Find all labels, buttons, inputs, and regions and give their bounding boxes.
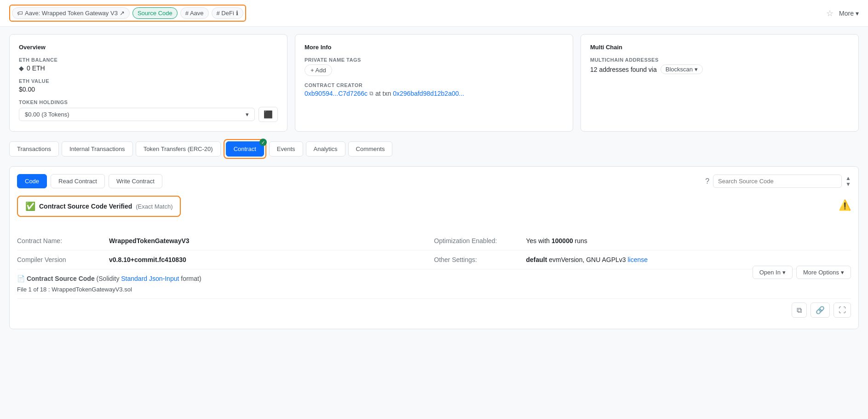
top-bar: 🏷 Aave: Wrapped Token Gateway V3 ↗ Sourc…	[0, 0, 868, 27]
more-info-title: More Info	[305, 44, 563, 51]
tab-analytics[interactable]: Analytics	[306, 141, 345, 157]
expand-icon-button[interactable]: ⛶	[834, 303, 851, 318]
eth-value-amount: $0.00	[19, 86, 35, 93]
source-code-label-row: 📄 Contract Source Code (Solidity Standar…	[17, 275, 201, 282]
verified-banner: ✅ Contract Source Code Verified (Exact M…	[17, 196, 181, 217]
eth-value-label: ETH VALUE	[19, 78, 278, 84]
defi-tag-label: # DeFi	[217, 10, 234, 17]
token-holdings-dropdown[interactable]: $0.00 (3 Tokens) ▾	[19, 108, 255, 121]
copy-code-button[interactable]: ⧉	[792, 303, 807, 318]
compiler-val: v0.8.10+commit.fc410830	[109, 256, 186, 263]
chevron-down-button[interactable]: ▼	[845, 181, 851, 187]
contract-name-label: Aave: Wrapped Token Gateway V3	[25, 10, 118, 17]
top-bar-outline-wrapper: 🏷 Aave: Wrapped Token Gateway V3 ↗ Sourc…	[9, 5, 246, 22]
contract-tab-wrapper: Contract ✓	[226, 141, 264, 157]
read-contract-tab-button[interactable]: Read Contract	[51, 174, 105, 188]
standard-json-input-link[interactable]: Standard Json-Input	[121, 275, 179, 282]
other-settings-value: default evmVersion, GNU AGPLv3 license	[526, 256, 648, 263]
source-code-tag[interactable]: Source Code	[132, 7, 178, 19]
optimization-value: Yes with 100000 runs	[526, 237, 587, 244]
tab-internal-transactions[interactable]: Internal Transactions	[62, 141, 133, 157]
blockscan-label: Blockscan	[666, 66, 693, 73]
search-source-code-input[interactable]	[718, 178, 837, 185]
contract-name-val: WrappedTokenGatewayV3	[109, 237, 190, 244]
tab-events[interactable]: Events	[269, 141, 303, 157]
other-settings-default: default	[526, 256, 547, 263]
addresses-found-text: 12 addresses found via	[590, 66, 657, 73]
tab-transactions[interactable]: Transactions	[9, 141, 59, 157]
contract-name-row: Contract Name: WrappedTokenGatewayV3	[17, 232, 434, 250]
source-format-post: format)	[181, 275, 201, 282]
copy-icon[interactable]: ⧉	[369, 90, 374, 97]
eth-icon: ◆	[19, 64, 24, 72]
search-chevrons: ▲ ▼	[845, 175, 851, 187]
eth-balance-amount: 0 ETH	[27, 64, 45, 72]
aave-tag[interactable]: # Aave	[180, 7, 209, 19]
aave-tag-label: # Aave	[185, 10, 204, 17]
bottom-icons: ⧉ 🔗 ⛶	[17, 299, 851, 321]
private-name-tags-label: PRIVATE NAME TAGS	[305, 57, 563, 63]
compiler-label: Compiler Version	[17, 256, 109, 263]
write-contract-tab-button[interactable]: Write Contract	[109, 174, 162, 188]
other-settings-label: Other Settings:	[434, 256, 526, 263]
top-bar-right: ☆ More ▾	[826, 8, 859, 18]
optimization-val-pre: Yes with	[526, 237, 552, 244]
at-txn-label: at txn	[375, 90, 391, 97]
contract-name-label: Contract Name:	[17, 237, 109, 244]
token-holdings-value: $0.00 (3 Tokens)	[25, 111, 69, 118]
source-code-section: 📄 Contract Source Code (Solidity Standar…	[17, 269, 851, 299]
cards-row: Overview ETH BALANCE ◆ 0 ETH ETH VALUE $…	[9, 34, 859, 132]
token-holdings-label: TOKEN HOLDINGS	[19, 99, 278, 105]
more-button[interactable]: More ▾	[839, 10, 859, 17]
license-link[interactable]: license	[627, 256, 648, 263]
main-content: Overview ETH BALANCE ◆ 0 ETH ETH VALUE $…	[0, 27, 868, 337]
more-options-chevron-icon: ▾	[841, 269, 844, 276]
top-bar-left: 🏷 Aave: Wrapped Token Gateway V3 ↗ Sourc…	[9, 5, 246, 22]
code-tab-button[interactable]: Code	[17, 174, 47, 188]
verified-sub-label: (Exact Match)	[136, 203, 172, 210]
creator-address-link[interactable]: 0xb90594...C7d7266c	[305, 90, 368, 97]
other-settings-evm: evmVersion, GNU AGPLv3	[547, 256, 627, 263]
blockscan-badge[interactable]: Blockscan ▾	[661, 64, 703, 74]
contract-tabs-left: Code Read Contract Write Contract	[17, 174, 162, 188]
info-icon[interactable]: ℹ	[236, 10, 238, 17]
chevron-up-button[interactable]: ▲	[845, 175, 851, 181]
overview-card: Overview ETH BALANCE ◆ 0 ETH ETH VALUE $…	[9, 34, 287, 132]
contract-verified-check: ✓	[259, 139, 267, 146]
tag-icon: 🏷	[17, 10, 23, 17]
source-format-pre: (Solidity	[97, 275, 121, 282]
chevron-down-icon: ▾	[856, 10, 859, 17]
tab-token-transfers[interactable]: Token Transfers (ERC-20)	[136, 141, 221, 157]
multi-chain-title: Multi Chain	[590, 44, 849, 51]
more-info-card: More Info PRIVATE NAME TAGS + Add CONTRA…	[295, 34, 573, 132]
contract-name-tag[interactable]: 🏷 Aave: Wrapped Token Gateway V3 ↗	[12, 7, 130, 19]
link-icon-button[interactable]: 🔗	[811, 303, 830, 318]
contract-panel: Code Read Contract Write Contract ? ▲ ▼ …	[9, 166, 859, 329]
source-code-label: Contract Source Code	[27, 275, 95, 282]
file-info: File 1 of 18 : WrappedTokenGatewayV3.sol	[17, 286, 851, 293]
more-options-button[interactable]: More Options ▾	[796, 266, 851, 279]
tab-contract[interactable]: Contract	[226, 141, 264, 157]
star-button[interactable]: ☆	[826, 8, 834, 18]
contract-tabs-row: Code Read Contract Write Contract ? ▲ ▼	[17, 174, 851, 188]
add-private-tag-button[interactable]: + Add	[305, 64, 332, 76]
contract-creator-label: CONTRACT CREATOR	[305, 82, 563, 88]
defi-tag[interactable]: # DeFi ℹ	[212, 7, 243, 19]
warning-icon: ⚠️	[839, 196, 851, 211]
search-source-code-input-wrap[interactable]	[713, 175, 842, 188]
contract-info-grid: Contract Name: WrappedTokenGatewayV3 Opt…	[17, 232, 851, 269]
verified-check-icon: ✅	[25, 201, 35, 211]
eth-balance-value: ◆ 0 ETH	[19, 64, 278, 72]
contract-tab-outline: Contract ✓	[224, 139, 266, 159]
txn-address-link[interactable]: 0x296bafd98d12b2a00...	[393, 90, 464, 97]
wallet-icon-button[interactable]: ⬛	[259, 107, 278, 122]
source-code-label: Source Code	[138, 10, 172, 17]
eth-value-value: $0.00	[19, 86, 278, 93]
tab-comments[interactable]: Comments	[348, 141, 393, 157]
blockscan-chevron-icon: ▾	[695, 66, 698, 73]
open-in-button[interactable]: Open In ▾	[753, 266, 793, 279]
open-in-chevron-icon: ▾	[782, 269, 786, 276]
optimization-label: Optimization Enabled:	[434, 237, 526, 244]
search-right: ? ▲ ▼	[705, 175, 851, 188]
token-holdings-row: $0.00 (3 Tokens) ▾ ⬛	[19, 107, 278, 122]
